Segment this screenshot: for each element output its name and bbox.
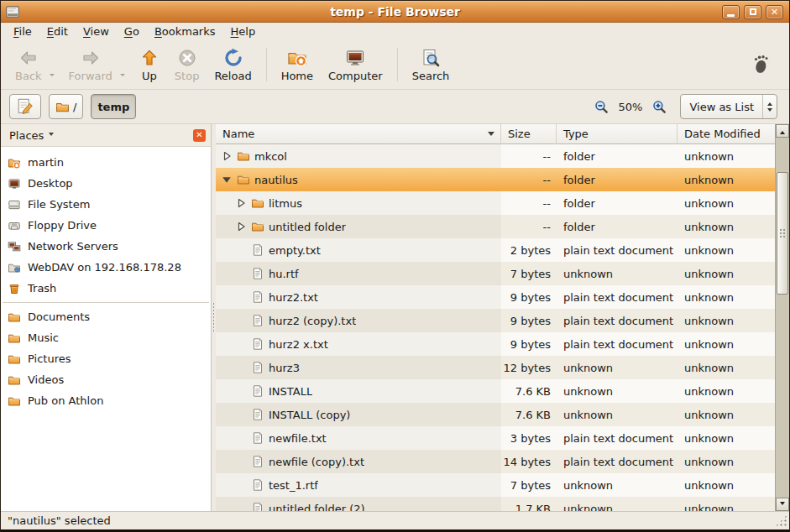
- maximize-icon: [750, 8, 756, 15]
- sidebar-item-music[interactable]: Music: [1, 327, 211, 348]
- file-row-newfile-txt[interactable]: newfile.txt3 bytesplain text documentunk…: [216, 426, 775, 450]
- type-cell: plain text document: [557, 332, 678, 356]
- computer-button[interactable]: Computer: [321, 45, 390, 85]
- text-file-icon: [251, 337, 264, 351]
- search-button[interactable]: Search: [405, 45, 458, 85]
- up-button[interactable]: Up: [132, 45, 167, 85]
- history-dropdown-icon[interactable]: [120, 74, 125, 79]
- title-bar[interactable]: temp - File Browser ✕: [1, 1, 789, 23]
- date-modified-cell: unknown: [678, 309, 775, 332]
- date-modified-cell: unknown: [678, 356, 775, 379]
- status-bar: "nautilus" selected: [1, 511, 789, 529]
- scroll-down-button[interactable]: [776, 498, 789, 511]
- file-row-empty-txt[interactable]: empty.txt2 bytesplain text documentunkno…: [216, 238, 775, 262]
- date-modified-cell: unknown: [678, 403, 775, 426]
- sidebar-item-webdav-on-192-168-178-28[interactable]: WebDAV on 192.168.178.28: [1, 257, 211, 278]
- root-path-button[interactable]: /: [49, 94, 83, 119]
- expander-expanded-icon[interactable]: [221, 174, 233, 185]
- file-row-untitled-folder-2[interactable]: untitled folder (2)1.7 KBunknownunknown: [216, 497, 775, 511]
- maximize-button[interactable]: [744, 5, 761, 19]
- reload-button[interactable]: Reload: [207, 45, 259, 85]
- sidebar-item-martin[interactable]: martin: [1, 152, 211, 173]
- file-name: hurz2 (copy).txt: [269, 315, 356, 327]
- sidebar-item-trash[interactable]: Trash: [1, 278, 211, 299]
- home-button[interactable]: Home: [274, 45, 321, 85]
- file-row-nautilus[interactable]: nautilus--folderunknown: [216, 168, 775, 191]
- sidebar-item-file-system[interactable]: File System: [1, 194, 211, 215]
- name-cell: hurz2 x.txt: [216, 332, 501, 356]
- file-row-install-copy[interactable]: INSTALL (copy)7.6 KBunknownunknown: [216, 403, 775, 426]
- floppy-icon: [8, 219, 21, 232]
- close-button[interactable]: ✕: [766, 5, 783, 19]
- edit-location-button[interactable]: [9, 94, 41, 119]
- expander-collapsed-icon[interactable]: [221, 150, 233, 162]
- back-button[interactable]: Back: [8, 45, 50, 85]
- sidebar-item-network-servers[interactable]: Network Servers: [1, 236, 211, 257]
- vertical-scrollbar[interactable]: [775, 124, 789, 511]
- sidebar-item-videos[interactable]: Videos: [1, 369, 211, 390]
- menu-go[interactable]: Go: [117, 23, 147, 39]
- zoom-in-button[interactable]: [652, 100, 667, 114]
- column-header-type[interactable]: Type: [557, 124, 678, 144]
- sidebar-item-pub-on-athlon[interactable]: Pub on Athlon: [1, 390, 211, 411]
- pane-splitter[interactable]: [212, 124, 216, 511]
- history-dropdown-icon[interactable]: [50, 74, 55, 79]
- menu-help[interactable]: Help: [223, 23, 264, 39]
- toolbar-separator: [397, 48, 398, 81]
- column-header-date-modified[interactable]: Date Modified: [678, 124, 775, 144]
- menu-bookmarks[interactable]: Bookmarks: [147, 23, 223, 39]
- window-title: temp - File Browser: [1, 5, 789, 18]
- file-row-hurz3[interactable]: hurz312 bytesunknownunknown: [216, 356, 775, 379]
- file-row-hu-rtf[interactable]: hu.rtf7 bytesunknownunknown: [216, 262, 775, 285]
- menu-file[interactable]: File: [6, 23, 39, 39]
- zoom-out-button[interactable]: [594, 100, 609, 114]
- view-mode-select[interactable]: View as List: [680, 94, 777, 119]
- zoom-level: 50%: [619, 101, 643, 113]
- menu-view[interactable]: View: [76, 23, 117, 39]
- current-folder-button[interactable]: temp: [91, 94, 136, 119]
- date-modified-cell: unknown: [678, 473, 775, 497]
- text-file-icon: [251, 502, 264, 511]
- file-row-newfile-copy-txt[interactable]: newfile (copy).txt14 bytesplain text doc…: [216, 450, 775, 473]
- expander-collapsed-icon[interactable]: [235, 221, 247, 232]
- file-row-mkcol[interactable]: mkcol--folderunknown: [216, 144, 775, 168]
- scroll-up-button[interactable]: [776, 124, 789, 138]
- text-file-icon: [251, 431, 264, 445]
- list-header: Name Size Type Date Modified: [216, 124, 775, 144]
- scrollbar-thumb[interactable]: [777, 172, 788, 295]
- column-header-size[interactable]: Size: [501, 124, 557, 144]
- forward-button[interactable]: Forward: [61, 45, 120, 85]
- size-cell: 7.6 KB: [501, 403, 557, 426]
- file-row-test-1-rtf[interactable]: test_1.rtf7 bytesunknownunknown: [216, 473, 775, 497]
- sidebar-item-desktop[interactable]: Desktop: [1, 173, 211, 194]
- file-row-hurz2-copy-txt[interactable]: hurz2 (copy).txt9 bytesplain text docume…: [216, 309, 775, 332]
- resize-grip-icon[interactable]: [775, 514, 787, 527]
- places-dropdown[interactable]: Places: [6, 128, 57, 143]
- stop-button[interactable]: Stop: [167, 45, 207, 85]
- file-row-install[interactable]: INSTALL7.6 KBunknownunknown: [216, 379, 775, 403]
- sidebar-item-pictures[interactable]: Pictures: [1, 348, 211, 369]
- type-cell: unknown: [557, 356, 678, 379]
- menu-edit[interactable]: Edit: [39, 23, 76, 39]
- expander-collapsed-icon[interactable]: [235, 197, 247, 209]
- status-text: "nautilus" selected: [8, 514, 111, 527]
- expander-spacer: [235, 268, 247, 279]
- file-name: untitled folder (2): [269, 503, 365, 512]
- file-name: nautilus: [254, 174, 298, 186]
- text-file-icon: [251, 455, 264, 468]
- sidebar-item-documents[interactable]: Documents: [1, 306, 211, 327]
- date-modified-cell: unknown: [678, 497, 775, 511]
- size-cell: 9 bytes: [501, 332, 557, 356]
- sort-descending-icon: [488, 132, 494, 139]
- file-row-hurz2-x-txt[interactable]: hurz2 x.txt9 bytesplain text documentunk…: [216, 332, 775, 356]
- file-row-litmus[interactable]: litmus--folderunknown: [216, 191, 775, 215]
- text-file-icon: [251, 361, 264, 374]
- date-modified-cell: unknown: [678, 450, 775, 473]
- sidebar-item-floppy-drive[interactable]: Floppy Drive: [1, 215, 211, 236]
- minimize-button[interactable]: [722, 5, 740, 19]
- file-row-hurz2-txt[interactable]: hurz2.txt9 bytesplain text documentunkno…: [216, 285, 775, 309]
- column-header-name[interactable]: Name: [216, 124, 501, 144]
- folder-icon: [8, 310, 21, 324]
- file-row-untitled-folder[interactable]: untitled folder--folderunknown: [216, 215, 775, 238]
- sidebar-close-button[interactable]: ✕: [193, 129, 206, 142]
